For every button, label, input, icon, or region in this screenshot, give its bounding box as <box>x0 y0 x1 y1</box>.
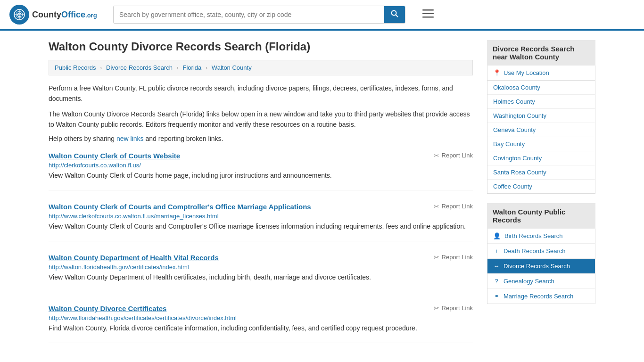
new-links-link[interactable]: new links <box>116 135 144 142</box>
records-label: Genealogy Search <box>504 278 554 285</box>
breadcrumb: Public Records › Divorce Records Search … <box>49 60 473 75</box>
report-icon-2: ✂ <box>434 203 439 210</box>
share-text-after: and reporting broken links. <box>144 135 223 142</box>
public-records-link[interactable]: ⚭ Marriage Records Search <box>487 289 595 304</box>
county-link[interactable]: Okaloosa County <box>487 81 595 94</box>
site-header: C CountyOffice.org <box>0 0 644 31</box>
county-item: Bay County <box>487 137 595 151</box>
result-item-3: Walton County Department of Health Vital… <box>49 254 473 292</box>
main-container: Walton County Divorce Records Search (Fl… <box>39 31 605 362</box>
svg-rect-9 <box>422 13 434 15</box>
report-icon-4: ✂ <box>434 304 439 312</box>
content-area: Walton County Divorce Records Search (Fl… <box>49 40 473 355</box>
records-icon: ? <box>493 278 500 285</box>
records-icon: ⚭ <box>493 293 500 300</box>
county-link[interactable]: Santa Rosa County <box>487 165 595 179</box>
result-title-2[interactable]: Walton County Clerk of Courts and Comptr… <box>49 203 311 211</box>
public-records-item: ↔ Divorce Records Search <box>487 259 595 274</box>
report-link-2[interactable]: ✂ Report Link <box>434 203 473 210</box>
nearby-title: Divorce Records Search near Walton Count… <box>487 40 595 66</box>
result-title-1[interactable]: Walton County Clerk of Courts Website <box>49 152 180 160</box>
public-records-section: Walton County Public Records 👤 Birth Rec… <box>487 203 595 304</box>
county-link[interactable]: Holmes County <box>487 95 595 108</box>
share-paragraph: Help others by sharing new links and rep… <box>49 135 473 142</box>
public-records-item: ⚭ Marriage Records Search <box>487 289 595 304</box>
search-input[interactable] <box>114 7 384 22</box>
records-label: Marriage Records Search <box>504 293 573 300</box>
menu-button[interactable] <box>419 7 438 23</box>
svg-rect-10 <box>422 16 434 18</box>
site-logo[interactable]: C CountyOffice.org <box>9 5 104 25</box>
county-item: Santa Rosa County <box>487 165 595 180</box>
result-title-4[interactable]: Walton County Divorce Certificates <box>49 304 166 313</box>
county-link[interactable]: Washington County <box>487 109 595 123</box>
county-item: Washington County <box>487 109 595 123</box>
result-url-4[interactable]: http://www.floridahealth.gov/certificate… <box>49 314 473 321</box>
public-records-list: 👤 Birth Records Search + Death Records S… <box>487 229 595 304</box>
public-records-item: 👤 Birth Records Search <box>487 229 595 244</box>
county-link[interactable]: Coffee County <box>487 180 595 193</box>
logo-name: CountyOffice.org <box>32 10 97 20</box>
county-item: Covington County <box>487 151 595 165</box>
result-header-2: Walton County Clerk of Courts and Comptr… <box>49 203 473 211</box>
records-icon: + <box>493 247 500 255</box>
search-button[interactable] <box>384 6 405 23</box>
public-records-item: ? Genealogy Search <box>487 274 595 289</box>
result-desc-3: View Walton County Department of Health … <box>49 272 473 282</box>
report-link-1[interactable]: ✂ Report Link <box>434 152 473 159</box>
result-item-1: Walton County Clerk of Courts Website ✂ … <box>49 152 473 190</box>
svg-line-7 <box>396 15 398 17</box>
svg-rect-8 <box>422 9 434 11</box>
logo-icon: C <box>9 5 29 25</box>
result-url-3[interactable]: http://walton.floridahealth.gov/certific… <box>49 263 473 271</box>
breadcrumb-walton-county[interactable]: Walton County <box>212 64 252 71</box>
report-link-3[interactable]: ✂ Report Link <box>434 254 473 261</box>
page-title: Walton County Divorce Records Search (Fl… <box>49 40 473 53</box>
result-header-4: Walton County Divorce Certificates ✂ Rep… <box>49 304 473 313</box>
public-records-item: + Death Records Search <box>487 244 595 259</box>
report-link-4[interactable]: ✂ Report Link <box>434 304 473 312</box>
breadcrumb-public-records[interactable]: Public Records <box>55 64 96 71</box>
county-item: Geneva County <box>487 123 595 137</box>
records-label: Divorce Records Search <box>504 263 570 270</box>
nearby-section: Divorce Records Search near Walton Count… <box>487 40 595 194</box>
intro-paragraph-2: The Walton County Divorce Records Search… <box>49 109 473 130</box>
pin-icon: 📍 <box>493 69 501 76</box>
records-label: Death Records Search <box>504 247 566 255</box>
result-url-1[interactable]: http://clerkofcourts.co.walton.fl.us/ <box>49 162 473 169</box>
result-desc-2: View Walton County Clerk of Courts and C… <box>49 222 473 231</box>
public-records-link[interactable]: ↔ Divorce Records Search <box>487 259 595 273</box>
result-title-3[interactable]: Walton County Department of Health Vital… <box>49 254 219 262</box>
result-desc-4: Find Walton County, Florida divorce cert… <box>49 323 473 333</box>
results-container: Walton County Clerk of Courts Website ✂ … <box>49 152 473 343</box>
result-header-3: Walton County Department of Health Vital… <box>49 254 473 262</box>
svg-point-6 <box>392 11 396 16</box>
public-records-title: Walton County Public Records <box>487 203 595 229</box>
public-records-link[interactable]: ? Genealogy Search <box>487 274 595 288</box>
sidebar: Divorce Records Search near Walton Count… <box>487 40 595 355</box>
county-link[interactable]: Geneva County <box>487 123 595 137</box>
county-item: Okaloosa County <box>487 81 595 95</box>
share-text-before: Help others by sharing <box>49 135 116 142</box>
result-item-4: Walton County Divorce Certificates ✂ Rep… <box>49 304 473 343</box>
county-item: Coffee County <box>487 180 595 193</box>
county-link[interactable]: Covington County <box>487 151 595 165</box>
breadcrumb-florida[interactable]: Florida <box>183 64 202 71</box>
county-link[interactable]: Bay County <box>487 137 595 151</box>
county-item: Holmes County <box>487 95 595 109</box>
result-item-2: Walton County Clerk of Courts and Comptr… <box>49 203 473 241</box>
search-bar <box>113 6 405 24</box>
report-icon-3: ✂ <box>434 254 439 261</box>
nearby-county-list: Okaloosa CountyHolmes CountyWashington C… <box>487 81 595 194</box>
breadcrumb-divorce-records[interactable]: Divorce Records Search <box>106 64 173 71</box>
report-icon-1: ✂ <box>434 152 439 159</box>
records-icon: 👤 <box>493 232 501 239</box>
intro-paragraph-1: Perform a free Walton County, FL public … <box>49 83 473 104</box>
use-location-link[interactable]: 📍 Use My Location <box>487 66 595 81</box>
result-url-2[interactable]: http://www.clerkofcourts.co.walton.fl.us… <box>49 213 473 220</box>
result-header-1: Walton County Clerk of Courts Website ✂ … <box>49 152 473 160</box>
records-icon: ↔ <box>493 263 500 270</box>
records-label: Birth Records Search <box>504 232 563 239</box>
public-records-link[interactable]: + Death Records Search <box>487 244 595 258</box>
public-records-link[interactable]: 👤 Birth Records Search <box>487 229 595 243</box>
